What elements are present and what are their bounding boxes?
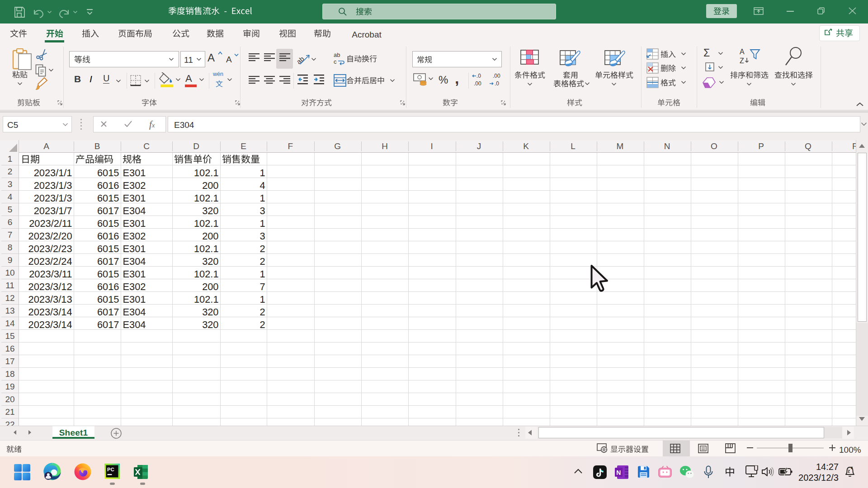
svg-text:z: z <box>848 469 850 474</box>
svg-text:c: c <box>334 58 337 65</box>
svg-text:N: N <box>616 469 621 476</box>
svg-text:.00: .00 <box>493 73 500 79</box>
svg-text:.0: .0 <box>495 80 499 87</box>
svg-text:z: z <box>851 465 853 470</box>
svg-text:A: A <box>740 48 745 56</box>
svg-text:.0: .0 <box>476 73 481 79</box>
svg-text:ab: ab <box>334 52 340 58</box>
svg-text:PC: PC <box>107 467 114 472</box>
svg-text:.00: .00 <box>474 80 481 87</box>
svg-text:Z: Z <box>740 57 744 65</box>
